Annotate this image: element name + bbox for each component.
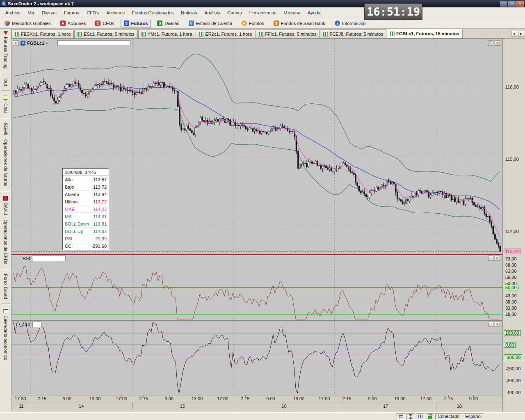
toolbar-button-acciones[interactable]: Acciones [57, 19, 89, 27]
toolbar-separator [184, 20, 184, 27]
window-title: SaxoTrader 2 - workspace.ok.7 [8, 1, 498, 6]
price-axis[interactable]: 116,00115,00114,00113,7273,0068,0063,005… [502, 39, 525, 412]
tab-scroll-left-button[interactable]: ◄ [511, 31, 517, 37]
tab-esc1[interactable]: ESc1, Futuros, 5 minutos [74, 30, 138, 38]
tab-ffic1[interactable]: FFIc1, Futuros, 5 minutos [256, 30, 320, 38]
tab-label: ER2c1, Futuros, 1 hora [205, 32, 252, 37]
forex-icon [157, 21, 162, 26]
sidebar-item-label: Chat [3, 103, 8, 113]
tooltip-row-value: 114,82 [93, 229, 107, 234]
menu-item-noticias[interactable]: Noticias [177, 8, 201, 17]
sidebar-item-esm8-operaciones-de-futuros[interactable]: ESM8 - Operaciones de futuros [3, 123, 8, 186]
rsi-parameter-input[interactable] [32, 256, 66, 261]
connection-status: Conectado [435, 413, 462, 420]
menu-item-ventana[interactable]: Ventana [280, 8, 304, 17]
rsi-close-icon[interactable]: × [495, 256, 500, 261]
globe-icon [5, 21, 10, 26]
sidebar-item-ord[interactable]: Ord [3, 78, 8, 86]
chart-menu-dropdown-button[interactable]: ▼ [13, 40, 19, 46]
menu-item-an-lisis[interactable]: Análisis [201, 8, 224, 17]
toolbar-button-fondos[interactable]: Fondos [238, 19, 267, 27]
instrument-search-input[interactable] [57, 40, 130, 46]
sidebar-item-calendario-econ-mico[interactable]: Calendario económico [3, 309, 8, 360]
cci-axis-label: -400,00 [505, 390, 520, 395]
price-axis-label: 116,00 [505, 84, 519, 89]
rsi-axis-label: 73,00 [505, 256, 517, 261]
menu-item-ayuda[interactable]: Ayuda [304, 8, 324, 17]
tab-fcej8[interactable]: FCEJ8, Futuros, 5 minutos [320, 30, 386, 38]
chart-icon[interactable] [418, 415, 422, 418]
instrument-symbol[interactable]: FGBLc1 [27, 41, 44, 46]
toolbar-separator [55, 20, 56, 27]
statusbar-cell-lock-icon [426, 413, 434, 420]
tooltip-row-mae: MAE114,03 [63, 205, 109, 213]
sidebar-item-label: Forex Board [3, 274, 8, 299]
panel-divider[interactable] [11, 320, 502, 321]
time-axis-label: 13:00 [87, 396, 103, 401]
chart-tab-icon [78, 32, 82, 37]
rsi-indicator-chart[interactable] [11, 255, 502, 320]
chart-window-buttons: □ ▲ [488, 40, 500, 46]
tab-fesxc1[interactable]: FESXc1, Futuros, 1 hora [11, 30, 74, 38]
tab-er2c1[interactable]: ER2c1, Futuros, 1 hora [196, 30, 255, 38]
windows-icon[interactable] [399, 415, 403, 418]
tab-ymc1[interactable]: YMc1, Futuros, 1 hora [138, 30, 196, 38]
toolbar-button-informaci-n[interactable]: Información [331, 19, 369, 27]
chart-tab-icon [323, 32, 328, 37]
tab-fgblc1[interactable]: FGBLc1, Futuros, 15 minutos [387, 29, 462, 38]
cci-indicator-chart[interactable] [11, 321, 502, 395]
language-selector[interactable]: Español [463, 413, 484, 420]
statusbar-icons [397, 413, 434, 420]
toolbar-separator [269, 20, 269, 27]
menu-item-herramientas[interactable]: Herramientas [246, 8, 280, 17]
tab-scroll-buttons: ◄► [511, 31, 525, 38]
sidebar-item-dax-1-operaciones-de-cfds[interactable]: DAX.1 - Operaciones de CFDs [3, 196, 8, 264]
tab-scroll-right-button[interactable]: ► [518, 31, 524, 37]
tooltip-row-label: RSI [65, 236, 72, 241]
rsi-axis-label: 43,00 [505, 293, 517, 298]
tooltip-row-label: BOLL Up [65, 229, 83, 234]
sidebar-item-forex-board[interactable]: Forex Board [3, 274, 8, 299]
toolbar-button-mercados-globales[interactable]: Mercados Globales [1, 19, 54, 27]
toolbar-button-estado-de-cuenta[interactable]: Estado de Cuenta [185, 19, 235, 27]
red-arrow-icon [3, 31, 8, 35]
toolbar-button-fondos-de-saxo-bank[interactable]: Fondos de Saxo Bank [270, 19, 329, 27]
menu-item-ver[interactable]: Ver [24, 8, 39, 17]
minimize-button[interactable]: – [500, 1, 507, 7]
menu-item-fondos-gestionados[interactable]: Fondos Gestionados [128, 8, 178, 17]
cci-parameter-input[interactable] [32, 322, 41, 327]
toolbar-button-divisas[interactable]: Divisas [154, 19, 182, 27]
day-axis-label: 15 [180, 404, 185, 409]
menu-item-archivo[interactable]: Archivo [2, 8, 24, 17]
lock-icon[interactable] [428, 416, 432, 419]
sidebar-item-chat[interactable]: Chat [3, 96, 8, 113]
menu-item-divisas[interactable]: Divisas [38, 8, 60, 17]
time-axis[interactable]: 17:302:159:0013:0017:002:159:0013:0017:0… [11, 395, 502, 402]
cci-restore-icon[interactable]: □ [488, 322, 493, 327]
menu-item-acciones[interactable]: Acciones [103, 8, 128, 17]
toolbar-button-label: Acciones [68, 21, 86, 26]
cci-axis-label: -100,00 [504, 354, 522, 360]
sidebar-separator [1, 73, 10, 74]
cci-window-buttons: □ × [488, 322, 500, 327]
close-button[interactable]: × [516, 1, 524, 7]
chart-pin-icon[interactable]: ▲ [495, 40, 500, 46]
menu-item-cuenta[interactable]: Cuenta [224, 8, 245, 17]
price-axis-label: 115,00 [505, 157, 519, 162]
rsi-restore-icon[interactable]: □ [488, 256, 493, 261]
time-axis-label: 2:15 [34, 396, 50, 401]
cci-close-icon[interactable]: × [495, 322, 500, 327]
time-axis-label: 2:15 [339, 396, 355, 401]
day-separator [234, 402, 234, 410]
toolbar-button-label: Estado de Cuenta [196, 21, 232, 26]
sidebar-item-futures-trading[interactable]: Futures Trading [3, 31, 8, 68]
chart-restore-icon[interactable]: □ [488, 40, 493, 46]
menu-item-cfd-s[interactable]: CFD's [83, 8, 103, 17]
toolbar-button-futuros[interactable]: Futuros [121, 19, 151, 27]
hourglass-icon[interactable] [409, 414, 413, 419]
day-axis: 111415161718 [11, 402, 502, 409]
toolbar-button-cfds[interactable]: CFDs [92, 19, 117, 27]
menu-item-futuros[interactable]: Futuros [60, 8, 83, 17]
futures-icon [124, 21, 129, 26]
maximize-button[interactable]: □ [508, 1, 516, 7]
